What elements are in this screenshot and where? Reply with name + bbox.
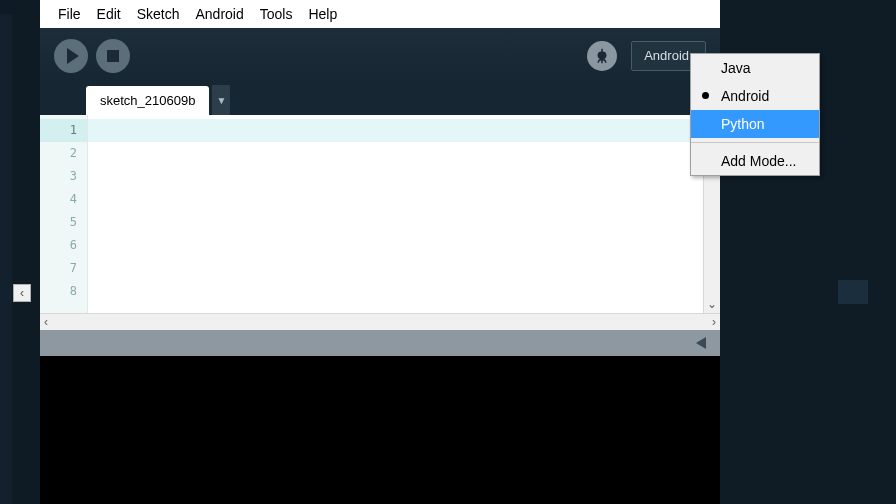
mode-option-label: Java: [721, 60, 751, 76]
tab-dropdown[interactable]: ▼: [212, 85, 230, 115]
play-icon: [67, 48, 79, 64]
mode-option-add[interactable]: Add Mode...: [691, 147, 819, 175]
butterfly-icon: [593, 47, 611, 65]
chevron-left-icon: ‹: [44, 315, 48, 329]
menu-tools[interactable]: Tools: [252, 2, 301, 26]
mode-option-label: Add Mode...: [721, 153, 797, 169]
app-window: File Edit Sketch Android Tools Help Andr…: [40, 0, 720, 504]
run-button[interactable]: [54, 39, 88, 73]
debug-button[interactable]: [587, 41, 617, 71]
stop-button[interactable]: [96, 39, 130, 73]
menu-file[interactable]: File: [50, 2, 89, 26]
line-number: 3: [40, 165, 87, 188]
status-bar: [40, 330, 720, 356]
tab-bar: sketch_210609b ▼: [40, 83, 720, 115]
line-number: 6: [40, 234, 87, 257]
background-right-slit: [838, 280, 868, 304]
chevron-down-icon: ⌄: [704, 297, 720, 311]
mode-option-label: Python: [721, 116, 765, 132]
menubar: File Edit Sketch Android Tools Help: [40, 0, 720, 28]
background-left-slit: [0, 14, 12, 504]
mode-option-java[interactable]: Java: [691, 54, 819, 82]
mode-label: Android: [644, 48, 689, 63]
sketch-tab[interactable]: sketch_210609b: [86, 86, 209, 115]
menu-separator: [691, 142, 819, 143]
menu-help[interactable]: Help: [300, 2, 345, 26]
chevron-right-icon: ›: [712, 315, 716, 329]
line-number: 2: [40, 142, 87, 165]
menu-sketch[interactable]: Sketch: [129, 2, 188, 26]
line-number: 1: [40, 119, 87, 142]
mode-option-android[interactable]: Android: [691, 82, 819, 110]
menu-edit[interactable]: Edit: [89, 2, 129, 26]
code-editor[interactable]: [88, 115, 703, 313]
mode-option-python[interactable]: Python: [691, 110, 819, 138]
line-gutter: 1 2 3 4 5 6 7 8: [40, 115, 88, 313]
editor-area: 1 2 3 4 5 6 7 8 ⌄: [40, 115, 720, 313]
menu-android[interactable]: Android: [188, 2, 252, 26]
console-toggle-icon[interactable]: [696, 337, 706, 349]
current-line-highlight: [88, 119, 703, 142]
left-scroll-arrow[interactable]: ‹: [13, 284, 31, 302]
horizontal-scrollbar[interactable]: ‹ ›: [40, 313, 720, 330]
line-number: 8: [40, 280, 87, 303]
radio-selected-icon: [702, 92, 709, 99]
stop-icon: [107, 50, 119, 62]
line-number: 7: [40, 257, 87, 280]
console-panel[interactable]: [40, 356, 720, 504]
mode-option-label: Android: [721, 88, 769, 104]
line-number: 4: [40, 188, 87, 211]
toolbar: Android: [40, 28, 720, 83]
mode-dropdown: Java Android Python Add Mode...: [690, 53, 820, 176]
line-number: 5: [40, 211, 87, 234]
